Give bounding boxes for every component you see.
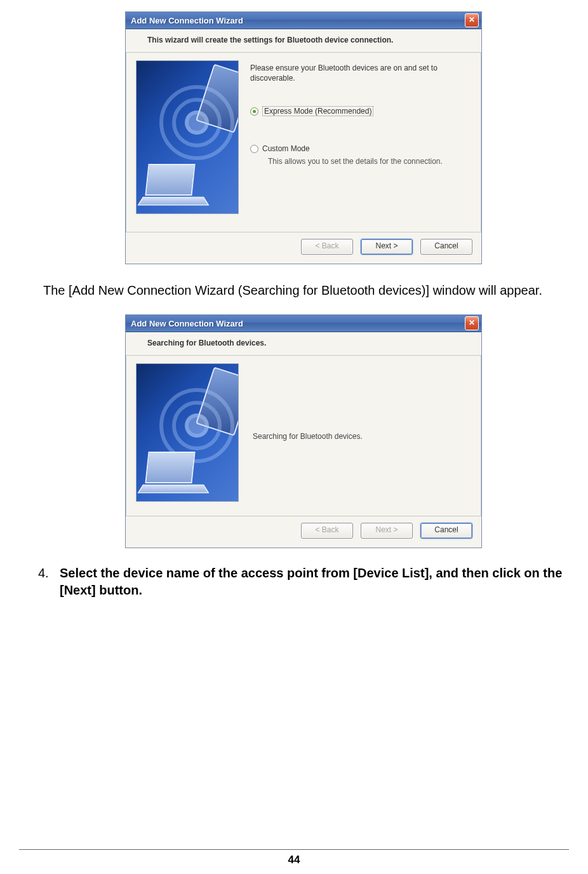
radio-icon-unchecked <box>250 145 258 153</box>
window-title: Add New Connection Wizard <box>131 16 243 25</box>
wizard-subheader: This wizard will create the settings for… <box>126 29 481 53</box>
hint-text: Please ensure your Bluetooth devices are… <box>250 63 471 83</box>
cancel-button[interactable]: Cancel <box>420 523 472 539</box>
wizard-side-graphic <box>136 60 239 214</box>
close-icon[interactable]: ✕ <box>465 13 479 27</box>
radio-express-mode[interactable]: Express Mode (Recommended) <box>250 106 471 116</box>
titlebar[interactable]: Add New Connection Wizard ✕ <box>126 315 481 332</box>
window-title: Add New Connection Wizard <box>131 319 243 328</box>
back-button[interactable]: < Back <box>301 239 353 255</box>
radio-label: Custom Mode <box>262 144 310 153</box>
radio-icon-checked <box>250 107 258 116</box>
wizard-body: Searching for Bluetooth devices. <box>126 356 481 516</box>
titlebar[interactable]: Add New Connection Wizard ✕ <box>126 12 481 29</box>
doc-paragraph: The [Add New Connection Wizard (Searchin… <box>43 282 569 299</box>
wizard-side-graphic <box>136 363 239 502</box>
option-note: This allows you to set the details for t… <box>268 157 471 166</box>
radio-custom-mode[interactable]: Custom Mode <box>250 144 471 153</box>
doc-step-4: 4. Select the device name of the access … <box>38 565 569 599</box>
wizard-body: Please ensure your Bluetooth devices are… <box>126 53 481 232</box>
wizard-dialog-modes: Add New Connection Wizard ✕ This wizard … <box>125 11 482 264</box>
step-number: 4. <box>38 565 52 599</box>
status-text: Searching for Bluetooth devices. <box>250 363 471 509</box>
wizard-options: Please ensure your Bluetooth devices are… <box>250 60 471 225</box>
page-number: 44 <box>0 854 588 866</box>
wizard-subheader: Searching for Bluetooth devices. <box>126 332 481 356</box>
next-button[interactable]: Next > <box>361 239 413 255</box>
next-button[interactable]: Next > <box>361 523 413 539</box>
step-text: Select the device name of the access poi… <box>60 565 569 599</box>
footer-rule <box>19 849 569 850</box>
back-button[interactable]: < Back <box>301 523 353 539</box>
page-footer: 44 <box>0 849 588 866</box>
button-row: < Back Next > Cancel <box>126 516 481 548</box>
cancel-button[interactable]: Cancel <box>420 239 472 255</box>
button-row: < Back Next > Cancel <box>126 232 481 264</box>
radio-label: Express Mode (Recommended) <box>262 106 373 116</box>
close-icon[interactable]: ✕ <box>465 316 479 330</box>
wizard-dialog-searching: Add New Connection Wizard ✕ Searching fo… <box>125 314 482 548</box>
